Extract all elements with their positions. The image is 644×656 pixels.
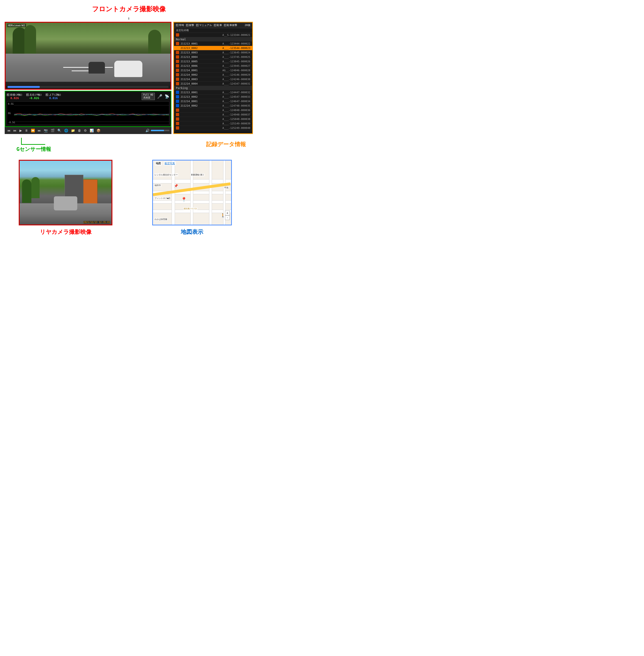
map-label-rental: レンタル都合好センター <box>154 173 178 176</box>
list-item[interactable]: 211213_0001 A___-123444-000022 <box>174 42 252 46</box>
list-item[interactable]: 211213_0001 A___-124447-000032 <box>174 90 252 95</box>
list-item[interactable]: 211213_0002 A___-123544-000023 <box>174 46 252 50</box>
pause-button[interactable]: ⏸ <box>24 128 29 133</box>
axis-z-checkbox[interactable] <box>46 93 48 96</box>
skip-to-start-button[interactable]: ⏮ <box>6 128 11 133</box>
speed-device-label: 速度取締機 <box>174 28 252 33</box>
fast-forward-button[interactable]: ⏩ <box>30 128 36 133</box>
list-item[interactable]: 211213_0005 A___-123845-000026 <box>174 59 252 64</box>
globe-button[interactable]: 🌐 <box>64 128 69 133</box>
list-item-id: A___-123745-000025 <box>223 55 250 59</box>
list-item-id: A___-124848-000036 <box>223 109 250 112</box>
map-marker-main: 📍 <box>181 197 187 202</box>
axis-y-checkbox[interactable] <box>26 93 29 96</box>
map-label-bypass: 経出画バイパス <box>183 207 198 210</box>
list-item-id: AG__-124046-000028 <box>223 69 250 72</box>
list-item[interactable]: 211214_0002 A___-124146-000029 <box>174 73 252 77</box>
rear-camera-panel: 2021/12/13 12:35:01 <box>19 160 112 225</box>
list-item[interactable]: 211213_0002 A___-124547-000033 <box>174 95 252 99</box>
list-item[interactable]: 211214_0004 A___-124347-000031 <box>174 82 252 86</box>
volume-slider[interactable] <box>151 130 169 131</box>
map-person-icon: 🚶 <box>221 213 225 218</box>
map-label-hirata: 平池 <box>224 186 229 189</box>
checkbox-manual[interactable]: マニュアル <box>196 23 212 27</box>
axis-y-value: -0.02G <box>29 96 39 100</box>
list-item-id: A___-123544-000023 <box>223 47 250 50</box>
list-item[interactable]: 211213_0006 A___-123945-000027 <box>174 64 252 68</box>
count-badge: 20個 <box>245 23 250 27</box>
screenshot-button[interactable]: 📷 <box>43 128 48 133</box>
list-item[interactable]: A___-125249-000040 <box>174 126 252 130</box>
map-section-label: 地図表示 <box>181 228 203 236</box>
list-item[interactable]: A___-125048-000038 <box>174 117 252 121</box>
map-zoom-in-button[interactable]: + <box>225 211 230 215</box>
axis-z-value: 0.01G <box>49 96 58 100</box>
graph-label-mid: 0G <box>8 112 11 115</box>
axis-y-label: 左右(Y軸) <box>29 93 42 96</box>
mic-icon[interactable]: 🎤 <box>157 94 162 99</box>
axis-x-checkbox[interactable] <box>7 93 9 96</box>
list-item[interactable]: 211213_0003 A___-123645-000024 <box>174 50 252 55</box>
list-item-id: A___-124748-000035 <box>223 104 250 107</box>
map-marker-secondary: 📌 <box>174 184 178 188</box>
settings-button[interactable]: ⚙ <box>83 128 88 133</box>
list-item-id: A___-125249-000040 <box>223 127 250 130</box>
map-tab-chizu[interactable]: 地図 <box>155 161 162 165</box>
list-item[interactable]: A___-125149-000039 <box>174 121 252 126</box>
list-item[interactable]: A___-124948-000037 <box>174 112 252 117</box>
list-item[interactable]: 211214_0001 A___-124647-000034 <box>174 99 252 104</box>
delete-button[interactable]: 🗑 <box>77 128 82 133</box>
map-panel[interactable]: レンタル都合好センター 東鵬運輸(株) 福田市 フィットネス●店 わかば保育園 … <box>152 160 232 225</box>
list-item-id: A___-124447-000032 <box>223 91 250 94</box>
export-button[interactable]: 📦 <box>96 128 101 133</box>
skip-to-end-button[interactable]: ⏭ <box>37 128 42 133</box>
list-item[interactable]: 211214_0003 A___-124246-000030 <box>174 77 252 82</box>
axis-z-label: 上下(Z軸) <box>49 93 61 96</box>
list-item[interactable]: 211214_0001 AG__-124046-000028 <box>174 68 252 73</box>
map-label-fitness: フィットネス●店 <box>154 197 171 200</box>
section-normal: Normal <box>174 37 252 42</box>
chart-button[interactable]: 📊 <box>89 128 94 133</box>
fullhd-button[interactable]: Full HD 高画質 <box>142 93 155 100</box>
list-item-id: A___-124647-000034 <box>223 100 250 103</box>
gsensor-section-label: Gセンサー情報 <box>16 146 51 153</box>
checkbox-shogeki[interactable]: 衝撃 <box>186 23 194 27</box>
list-item-id: A___-124547-000033 <box>223 95 250 98</box>
list-item[interactable]: A___-124848-000036 <box>174 108 252 112</box>
list-item-id: A___-124948-000037 <box>223 113 250 116</box>
rear-camera-label: リヤカメラ撮影映像 <box>40 228 92 236</box>
list-item-id: A___-123945-000027 <box>223 64 250 67</box>
list-item-id: A___-124246-000030 <box>223 78 250 81</box>
checkbox-chusya[interactable]: 駐車 <box>214 23 222 27</box>
graph-label-top: 0.5G <box>8 103 14 105</box>
transport-bar: ⏮ ⏭ ▶ ⏸ ⏩ ⏭ 📷 🎬 🔍 🌐 📁 🗑 ⚙ 📊 📦 🔊 <box>5 127 171 134</box>
map-tab-koku[interactable]: 航空写真 <box>164 161 176 165</box>
map-zoom-out-button[interactable]: - <box>225 215 230 220</box>
checkbox-chusya-shogeki[interactable]: 駐車衝撃 <box>224 23 237 27</box>
map-label-fukuda: 福田市 <box>154 184 161 187</box>
zoom-button[interactable]: 🔍 <box>57 128 62 133</box>
list-item[interactable]: 211213_0004 A___-123745-000025 <box>174 55 252 59</box>
title-arrow: ↓ <box>5 16 253 20</box>
list-item[interactable]: 211214_0002 A___-124748-000035 <box>174 104 252 108</box>
satellite-icon[interactable]: 📡 <box>165 94 169 99</box>
list-item-id: A___-123845-000026 <box>223 60 250 63</box>
section-parking: Parking <box>174 86 252 90</box>
data-section-title: 記録データ情報 <box>206 141 246 153</box>
list-item-id: A___-124146-000029 <box>223 73 250 76</box>
checkbox-joji[interactable]: 常時 <box>176 23 184 27</box>
record-button[interactable]: 🎬 <box>50 128 55 133</box>
list-item[interactable]: A__S-123344-000021 <box>174 33 252 37</box>
map-label-wakaba: わかば保育園 <box>154 218 168 221</box>
data-list[interactable]: A__S-123344-000021 Normal 211213_0001 A_… <box>174 33 252 133</box>
rear-timestamp: 2021/12/13 12:35:01 <box>83 221 110 224</box>
list-item-id: A___-123444-000022 <box>223 42 250 45</box>
axis-x-label: 前後(X軸) <box>10 93 22 96</box>
gsensor-panel: 前後(X軸) 0.02G 左右(Y軸) -0.02G 上下(Z軸) <box>5 91 171 127</box>
map-label-toho: 東鵬運輸(株) <box>190 173 204 176</box>
right-panel: 常時 衝撃 マニュアル 駐車 駐車衝撃 20個 速度取締機 A__S-12334… <box>173 22 253 134</box>
list-item-id: A___-123645-000024 <box>223 51 250 54</box>
play-button[interactable]: ▶ <box>19 128 23 133</box>
folder-button[interactable]: 📁 <box>70 128 76 133</box>
prev-button[interactable]: ⏭ <box>13 128 17 133</box>
